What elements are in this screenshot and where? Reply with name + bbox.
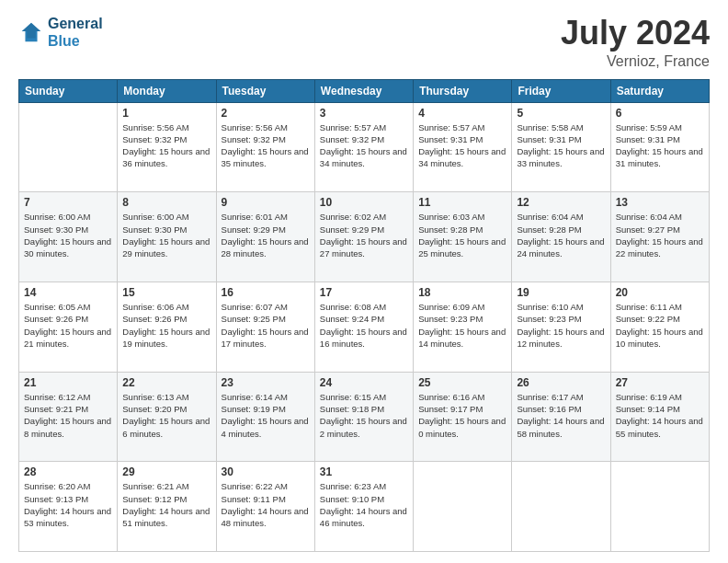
- main-title: July 2024: [561, 15, 710, 52]
- day-info: Sunrise: 6:14 AM Sunset: 9:19 PM Dayligh…: [222, 391, 310, 440]
- day-info: Sunrise: 6:01 AM Sunset: 9:29 PM Dayligh…: [222, 211, 310, 259]
- day-number: 7: [24, 196, 112, 209]
- day-info: Sunrise: 5:57 AM Sunset: 9:31 PM Dayligh…: [418, 121, 506, 170]
- day-number: 3: [320, 107, 408, 120]
- day-info: Sunrise: 6:15 AM Sunset: 9:18 PM Dayligh…: [320, 391, 408, 440]
- calendar-cell: 28Sunrise: 6:20 AM Sunset: 9:13 PM Dayli…: [19, 462, 118, 552]
- day-number: 26: [517, 376, 605, 389]
- day-info: Sunrise: 6:16 AM Sunset: 9:17 PM Dayligh…: [418, 391, 506, 440]
- day-info: Sunrise: 5:59 AM Sunset: 9:31 PM Dayligh…: [616, 121, 704, 170]
- day-info: Sunrise: 6:19 AM Sunset: 9:14 PM Dayligh…: [616, 391, 704, 440]
- day-info: Sunrise: 6:07 AM Sunset: 9:25 PM Dayligh…: [222, 301, 310, 350]
- calendar-cell: 23Sunrise: 6:14 AM Sunset: 9:19 PM Dayli…: [216, 372, 314, 462]
- col-wednesday: Wednesday: [314, 79, 413, 102]
- title-block: July 2024 Vernioz, France: [561, 15, 710, 70]
- calendar-week-3: 14Sunrise: 6:05 AM Sunset: 9:26 PM Dayli…: [19, 282, 710, 372]
- day-info: Sunrise: 6:13 AM Sunset: 9:20 PM Dayligh…: [122, 391, 210, 440]
- day-info: Sunrise: 6:21 AM Sunset: 9:12 PM Dayligh…: [122, 480, 210, 529]
- calendar-cell: [414, 462, 512, 552]
- day-info: Sunrise: 6:00 AM Sunset: 9:30 PM Dayligh…: [24, 211, 112, 259]
- day-info: Sunrise: 6:17 AM Sunset: 9:16 PM Dayligh…: [517, 391, 605, 440]
- day-info: Sunrise: 6:04 AM Sunset: 9:27 PM Dayligh…: [616, 211, 704, 259]
- day-number: 29: [122, 465, 210, 478]
- calendar-table: Sunday Monday Tuesday Wednesday Thursday…: [18, 79, 710, 552]
- day-info: Sunrise: 6:08 AM Sunset: 9:24 PM Dayligh…: [320, 301, 408, 350]
- day-number: 15: [122, 286, 210, 299]
- calendar-cell: 13Sunrise: 6:04 AM Sunset: 9:27 PM Dayli…: [610, 192, 709, 282]
- col-tuesday: Tuesday: [216, 79, 314, 102]
- day-number: 1: [122, 107, 210, 120]
- day-number: 25: [418, 376, 506, 389]
- calendar-week-1: 1Sunrise: 5:56 AM Sunset: 9:32 PM Daylig…: [19, 102, 710, 192]
- calendar-cell: 5Sunrise: 5:58 AM Sunset: 9:31 PM Daylig…: [512, 102, 610, 192]
- calendar-cell: 29Sunrise: 6:21 AM Sunset: 9:12 PM Dayli…: [118, 462, 216, 552]
- logo-icon: [18, 19, 44, 45]
- day-info: Sunrise: 6:05 AM Sunset: 9:26 PM Dayligh…: [24, 301, 112, 350]
- day-number: 17: [320, 286, 408, 299]
- calendar-week-5: 28Sunrise: 6:20 AM Sunset: 9:13 PM Dayli…: [19, 462, 710, 552]
- svg-marker-1: [22, 23, 41, 39]
- day-number: 30: [222, 465, 310, 478]
- calendar-week-4: 21Sunrise: 6:12 AM Sunset: 9:21 PM Dayli…: [19, 372, 710, 462]
- logo: General Blue: [18, 15, 103, 50]
- calendar-cell: 18Sunrise: 6:09 AM Sunset: 9:23 PM Dayli…: [414, 282, 512, 372]
- logo-text: General Blue: [48, 15, 103, 50]
- day-number: 6: [616, 107, 704, 120]
- calendar-week-2: 7Sunrise: 6:00 AM Sunset: 9:30 PM Daylig…: [19, 192, 710, 282]
- calendar-cell: 24Sunrise: 6:15 AM Sunset: 9:18 PM Dayli…: [314, 372, 413, 462]
- calendar-cell: 30Sunrise: 6:22 AM Sunset: 9:11 PM Dayli…: [216, 462, 314, 552]
- day-info: Sunrise: 6:10 AM Sunset: 9:23 PM Dayligh…: [517, 301, 605, 350]
- calendar-cell: 8Sunrise: 6:00 AM Sunset: 9:30 PM Daylig…: [118, 192, 216, 282]
- day-number: 14: [24, 286, 112, 299]
- day-info: Sunrise: 6:03 AM Sunset: 9:28 PM Dayligh…: [418, 211, 506, 259]
- col-friday: Friday: [512, 79, 610, 102]
- day-number: 11: [418, 196, 506, 209]
- day-info: Sunrise: 5:58 AM Sunset: 9:31 PM Dayligh…: [517, 121, 605, 170]
- calendar-cell: 20Sunrise: 6:11 AM Sunset: 9:22 PM Dayli…: [610, 282, 709, 372]
- calendar-cell: 26Sunrise: 6:17 AM Sunset: 9:16 PM Dayli…: [512, 372, 610, 462]
- day-number: 10: [320, 196, 408, 209]
- day-number: 19: [517, 286, 605, 299]
- calendar-cell: 6Sunrise: 5:59 AM Sunset: 9:31 PM Daylig…: [610, 102, 709, 192]
- day-info: Sunrise: 6:04 AM Sunset: 9:28 PM Dayligh…: [517, 211, 605, 259]
- col-sunday: Sunday: [19, 79, 118, 102]
- day-number: 13: [616, 196, 704, 209]
- day-number: 27: [616, 376, 704, 389]
- calendar-cell: 16Sunrise: 6:07 AM Sunset: 9:25 PM Dayli…: [216, 282, 314, 372]
- calendar-cell: 22Sunrise: 6:13 AM Sunset: 9:20 PM Dayli…: [118, 372, 216, 462]
- day-info: Sunrise: 6:11 AM Sunset: 9:22 PM Dayligh…: [616, 301, 704, 350]
- day-number: 16: [222, 286, 310, 299]
- calendar-cell: [610, 462, 709, 552]
- day-info: Sunrise: 5:56 AM Sunset: 9:32 PM Dayligh…: [222, 121, 310, 170]
- calendar-cell: 19Sunrise: 6:10 AM Sunset: 9:23 PM Dayli…: [512, 282, 610, 372]
- day-number: 9: [222, 196, 310, 209]
- calendar-cell: 10Sunrise: 6:02 AM Sunset: 9:29 PM Dayli…: [314, 192, 413, 282]
- day-number: 8: [122, 196, 210, 209]
- day-number: 31: [320, 465, 408, 478]
- calendar-header-row: Sunday Monday Tuesday Wednesday Thursday…: [19, 79, 710, 102]
- page: General Blue July 2024 Vernioz, France S…: [0, 0, 728, 563]
- day-info: Sunrise: 6:23 AM Sunset: 9:10 PM Dayligh…: [320, 480, 408, 529]
- day-number: 21: [24, 376, 112, 389]
- subtitle: Vernioz, France: [561, 53, 710, 70]
- calendar-cell: 25Sunrise: 6:16 AM Sunset: 9:17 PM Dayli…: [414, 372, 512, 462]
- day-number: 18: [418, 286, 506, 299]
- calendar-cell: 7Sunrise: 6:00 AM Sunset: 9:30 PM Daylig…: [19, 192, 118, 282]
- calendar-cell: 4Sunrise: 5:57 AM Sunset: 9:31 PM Daylig…: [414, 102, 512, 192]
- calendar-cell: [512, 462, 610, 552]
- calendar-cell: 21Sunrise: 6:12 AM Sunset: 9:21 PM Dayli…: [19, 372, 118, 462]
- col-monday: Monday: [118, 79, 216, 102]
- col-saturday: Saturday: [610, 79, 709, 102]
- calendar-cell: 14Sunrise: 6:05 AM Sunset: 9:26 PM Dayli…: [19, 282, 118, 372]
- calendar-cell: 31Sunrise: 6:23 AM Sunset: 9:10 PM Dayli…: [314, 462, 413, 552]
- day-number: 28: [24, 465, 112, 478]
- day-number: 23: [222, 376, 310, 389]
- day-info: Sunrise: 6:02 AM Sunset: 9:29 PM Dayligh…: [320, 211, 408, 259]
- calendar-cell: 11Sunrise: 6:03 AM Sunset: 9:28 PM Dayli…: [414, 192, 512, 282]
- calendar-cell: 15Sunrise: 6:06 AM Sunset: 9:26 PM Dayli…: [118, 282, 216, 372]
- day-number: 4: [418, 107, 506, 120]
- calendar-cell: 12Sunrise: 6:04 AM Sunset: 9:28 PM Dayli…: [512, 192, 610, 282]
- day-info: Sunrise: 6:22 AM Sunset: 9:11 PM Dayligh…: [222, 480, 310, 529]
- day-info: Sunrise: 6:09 AM Sunset: 9:23 PM Dayligh…: [418, 301, 506, 350]
- day-info: Sunrise: 6:00 AM Sunset: 9:30 PM Dayligh…: [122, 211, 210, 259]
